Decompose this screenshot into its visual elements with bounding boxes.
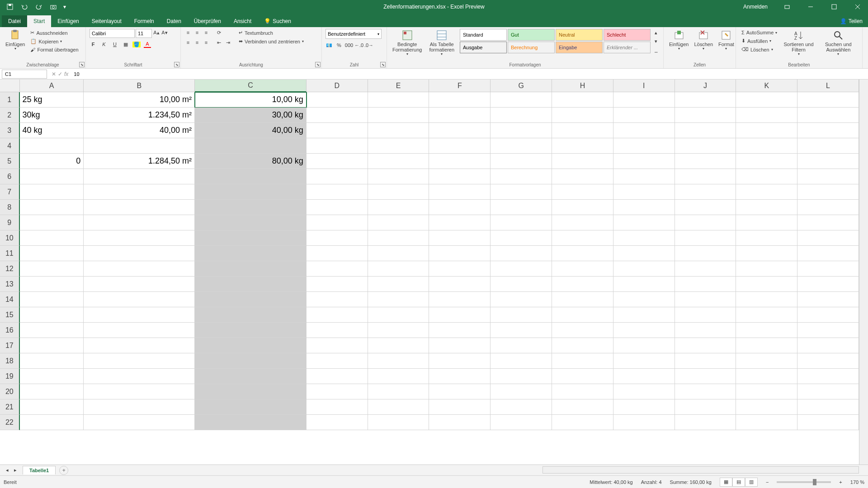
cell-A11[interactable] — [20, 246, 84, 261]
cell-L9[interactable] — [797, 215, 859, 230]
font-size-input[interactable] — [136, 29, 152, 38]
style-erklaerender[interactable]: Erklärender ... — [604, 42, 651, 53]
font-color-button[interactable]: A — [144, 41, 151, 48]
cell-L22[interactable] — [797, 415, 859, 430]
cell-L5[interactable] — [797, 154, 859, 169]
row-header-1[interactable]: 1 — [0, 92, 20, 108]
view-page-break-icon[interactable]: ▥ — [745, 478, 758, 487]
align-left-icon[interactable]: ≡ — [184, 39, 192, 46]
row-header-2[interactable]: 2 — [0, 108, 20, 123]
cell-C12[interactable] — [195, 261, 307, 277]
qat-customize-icon[interactable]: ▾ — [62, 1, 67, 12]
cell-G9[interactable] — [491, 215, 552, 230]
row-header-13[interactable]: 13 — [0, 277, 20, 292]
cell-E13[interactable] — [368, 277, 429, 292]
col-header-B[interactable]: B — [84, 80, 195, 92]
cell-L17[interactable] — [797, 338, 859, 353]
styles-more-icon[interactable]: ⎯ — [652, 46, 660, 53]
cell-E21[interactable] — [368, 399, 429, 415]
tab-search[interactable]: 💡Suchen — [258, 15, 297, 27]
row-header-9[interactable]: 9 — [0, 215, 20, 230]
tab-data[interactable]: Daten — [160, 15, 188, 27]
cell-H18[interactable] — [552, 353, 613, 369]
cell-D9[interactable] — [307, 215, 368, 230]
cell-C8[interactable] — [195, 200, 307, 215]
cell-L11[interactable] — [797, 246, 859, 261]
cell-L19[interactable] — [797, 369, 859, 384]
cell-J22[interactable] — [675, 415, 736, 430]
align-right-icon[interactable]: ≡ — [203, 39, 210, 46]
cell-B5[interactable]: 1.284,50 m² — [84, 154, 195, 169]
cell-A16[interactable] — [20, 323, 84, 338]
cell-K10[interactable] — [736, 230, 797, 246]
cell-A13[interactable] — [20, 277, 84, 292]
cell-E1[interactable] — [368, 92, 429, 108]
cell-J3[interactable] — [675, 123, 736, 138]
cell-F15[interactable] — [429, 307, 491, 323]
cell-L2[interactable] — [797, 108, 859, 123]
cell-F2[interactable] — [429, 108, 491, 123]
tab-review[interactable]: Überprüfen — [188, 15, 227, 27]
cell-F6[interactable] — [429, 169, 491, 184]
cell-G10[interactable] — [491, 230, 552, 246]
font-dialog-launcher[interactable]: ⬊ — [174, 62, 179, 67]
cell-G15[interactable] — [491, 307, 552, 323]
cell-B3[interactable]: 40,00 m² — [84, 123, 195, 138]
cell-L10[interactable] — [797, 230, 859, 246]
cell-B9[interactable] — [84, 215, 195, 230]
styles-scroll-down-icon[interactable]: ▾ — [652, 38, 660, 45]
row-header-4[interactable]: 4 — [0, 138, 20, 154]
cell-B16[interactable] — [84, 323, 195, 338]
increase-indent-icon[interactable]: ⇥ — [224, 39, 231, 46]
cell-H5[interactable] — [552, 154, 613, 169]
minimize-icon[interactable] — [800, 0, 821, 14]
cell-H6[interactable] — [552, 169, 613, 184]
cell-H12[interactable] — [552, 261, 613, 277]
cell-J1[interactable] — [675, 92, 736, 108]
cell-K20[interactable] — [736, 384, 797, 399]
save-icon[interactable] — [5, 1, 15, 12]
cell-H19[interactable] — [552, 369, 613, 384]
cell-G20[interactable] — [491, 384, 552, 399]
cell-I21[interactable] — [613, 399, 675, 415]
underline-button[interactable]: U — [111, 41, 118, 48]
accounting-format-icon[interactable]: 💶 — [326, 42, 333, 49]
cell-E19[interactable] — [368, 369, 429, 384]
cell-J21[interactable] — [675, 399, 736, 415]
cell-J18[interactable] — [675, 353, 736, 369]
cell-K4[interactable] — [736, 138, 797, 154]
cell-D14[interactable] — [307, 292, 368, 307]
cell-J15[interactable] — [675, 307, 736, 323]
cell-H13[interactable] — [552, 277, 613, 292]
format-as-table-button[interactable]: Als Tabelle formatieren▾ — [425, 29, 458, 57]
cell-H7[interactable] — [552, 184, 613, 200]
cell-B10[interactable] — [84, 230, 195, 246]
cell-F22[interactable] — [429, 415, 491, 430]
cell-K18[interactable] — [736, 353, 797, 369]
cell-K9[interactable] — [736, 215, 797, 230]
ribbon-display-icon[interactable] — [777, 0, 797, 14]
cell-A19[interactable] — [20, 369, 84, 384]
cell-C3[interactable]: 40,00 kg — [195, 123, 307, 138]
cell-D3[interactable] — [307, 123, 368, 138]
cell-K17[interactable] — [736, 338, 797, 353]
cell-B4[interactable] — [84, 138, 195, 154]
clear-button[interactable]: ⌫Löschen▾ — [740, 46, 779, 53]
cell-D20[interactable] — [307, 384, 368, 399]
cell-E2[interactable] — [368, 108, 429, 123]
sort-filter-button[interactable]: AZSortieren und Filtern▾ — [781, 29, 816, 57]
cell-C11[interactable] — [195, 246, 307, 261]
cell-I5[interactable] — [613, 154, 675, 169]
cell-A12[interactable] — [20, 261, 84, 277]
cell-D22[interactable] — [307, 415, 368, 430]
cell-H1[interactable] — [552, 92, 613, 108]
cell-L15[interactable] — [797, 307, 859, 323]
cell-A9[interactable] — [20, 215, 84, 230]
cell-G17[interactable] — [491, 338, 552, 353]
cell-I13[interactable] — [613, 277, 675, 292]
cell-F16[interactable] — [429, 323, 491, 338]
cell-C19[interactable] — [195, 369, 307, 384]
add-sheet-button[interactable]: + — [59, 466, 68, 475]
cell-F19[interactable] — [429, 369, 491, 384]
tab-home[interactable]: Start — [27, 15, 51, 27]
